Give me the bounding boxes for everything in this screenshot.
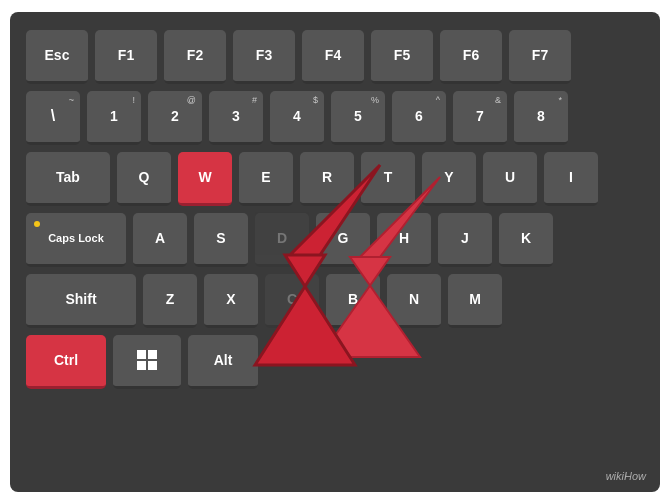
key-h[interactable]: H xyxy=(377,213,431,267)
key-z[interactable]: Z xyxy=(143,274,197,328)
key-f7[interactable]: F7 xyxy=(509,30,571,84)
svg-rect-3 xyxy=(148,361,157,370)
qwerty-key-row: Tab Q W E R T Y U I xyxy=(26,152,644,206)
caps-lock-label: Caps Lock xyxy=(48,232,104,244)
key-capslock[interactable]: Caps Lock xyxy=(26,213,126,267)
windows-logo-icon xyxy=(136,349,158,371)
key-k[interactable]: K xyxy=(499,213,553,267)
key-t[interactable]: T xyxy=(361,152,415,206)
key-alt[interactable]: Alt xyxy=(188,335,258,389)
key-tab[interactable]: Tab xyxy=(26,152,110,206)
key-f2[interactable]: F2 xyxy=(164,30,226,84)
svg-rect-2 xyxy=(137,361,146,370)
caps-lock-led xyxy=(34,221,40,227)
key-f4[interactable]: F4 xyxy=(302,30,364,84)
asdf-key-row: Caps Lock A S D G H J K xyxy=(26,213,644,267)
key-j[interactable]: J xyxy=(438,213,492,267)
key-c[interactable]: C xyxy=(265,274,319,328)
number-key-row: ~ \ ! 1 @ 2 # 3 $ 4 % 5 xyxy=(26,91,644,145)
key-f5[interactable]: F5 xyxy=(371,30,433,84)
fn-key-row: Esc F1 F2 F3 F4 F5 F6 F7 xyxy=(26,30,644,84)
key-6[interactable]: ^ 6 xyxy=(392,91,446,145)
key-m[interactable]: M xyxy=(448,274,502,328)
key-s[interactable]: S xyxy=(194,213,248,267)
key-q[interactable]: Q xyxy=(117,152,171,206)
key-d[interactable]: D xyxy=(255,213,309,267)
key-g[interactable]: G xyxy=(316,213,370,267)
key-shift[interactable]: Shift xyxy=(26,274,136,328)
key-b[interactable]: B xyxy=(326,274,380,328)
svg-rect-0 xyxy=(137,350,146,359)
key-f6[interactable]: F6 xyxy=(440,30,502,84)
key-a[interactable]: A xyxy=(133,213,187,267)
key-ctrl[interactable]: Ctrl xyxy=(26,335,106,389)
key-f1[interactable]: F1 xyxy=(95,30,157,84)
keyboard-screenshot: Esc F1 F2 F3 F4 F5 F6 F7 ~ \ ! 1 @ 2 xyxy=(10,12,660,492)
key-3[interactable]: # 3 xyxy=(209,91,263,145)
bottom-key-row: Ctrl Alt xyxy=(26,335,644,389)
key-esc[interactable]: Esc xyxy=(26,30,88,84)
key-5[interactable]: % 5 xyxy=(331,91,385,145)
key-8[interactable]: * 8 xyxy=(514,91,568,145)
key-y[interactable]: Y xyxy=(422,152,476,206)
svg-rect-1 xyxy=(148,350,157,359)
key-1[interactable]: ! 1 xyxy=(87,91,141,145)
key-u[interactable]: U xyxy=(483,152,537,206)
key-4[interactable]: $ 4 xyxy=(270,91,324,145)
key-2[interactable]: @ 2 xyxy=(148,91,202,145)
key-7[interactable]: & 7 xyxy=(453,91,507,145)
key-x[interactable]: X xyxy=(204,274,258,328)
key-w[interactable]: W xyxy=(178,152,232,206)
key-tilde[interactable]: ~ \ xyxy=(26,91,80,145)
zxcv-key-row: Shift Z X C B N M xyxy=(26,274,644,328)
key-e[interactable]: E xyxy=(239,152,293,206)
key-r[interactable]: R xyxy=(300,152,354,206)
key-win[interactable] xyxy=(113,335,181,389)
key-i[interactable]: I xyxy=(544,152,598,206)
key-n[interactable]: N xyxy=(387,274,441,328)
key-f3[interactable]: F3 xyxy=(233,30,295,84)
wikihow-watermark: wikiHow xyxy=(606,470,646,482)
keyboard: Esc F1 F2 F3 F4 F5 F6 F7 ~ \ ! 1 @ 2 xyxy=(26,30,644,389)
